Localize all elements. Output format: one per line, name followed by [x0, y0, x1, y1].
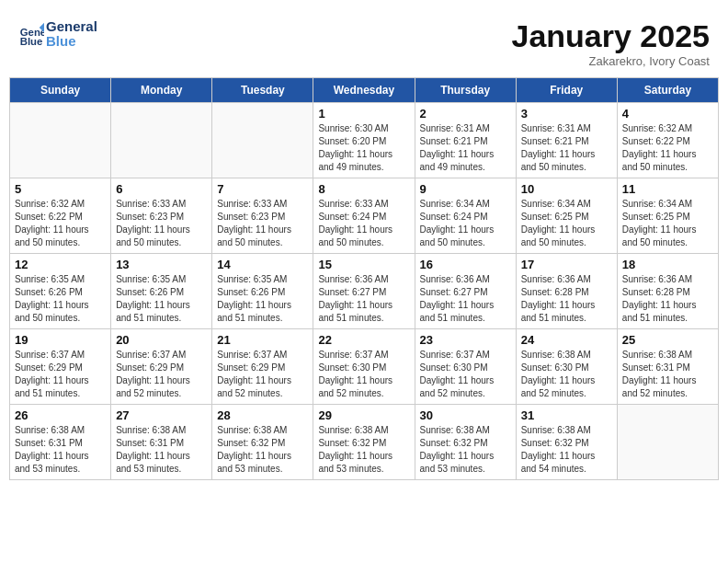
day-info: Sunrise: 6:38 AM Sunset: 6:32 PM Dayligh… [318, 424, 409, 476]
calendar-day-cell: 31Sunrise: 6:38 AM Sunset: 6:32 PM Dayli… [516, 405, 617, 480]
calendar-day-cell: 7Sunrise: 6:33 AM Sunset: 6:23 PM Daylig… [212, 178, 313, 254]
day-info: Sunrise: 6:38 AM Sunset: 6:31 PM Dayligh… [622, 349, 713, 400]
day-number: 5 [15, 182, 106, 196]
calendar-day-cell: 6Sunrise: 6:33 AM Sunset: 6:23 PM Daylig… [111, 178, 212, 254]
day-info: Sunrise: 6:37 AM Sunset: 6:30 PM Dayligh… [318, 349, 409, 400]
calendar-day-cell: 25Sunrise: 6:38 AM Sunset: 6:31 PM Dayli… [617, 329, 718, 405]
logo-line2: Blue [46, 33, 97, 50]
day-info: Sunrise: 6:35 AM Sunset: 6:26 PM Dayligh… [116, 273, 207, 325]
day-info: Sunrise: 6:37 AM Sunset: 6:29 PM Dayligh… [217, 349, 308, 400]
day-info: Sunrise: 6:38 AM Sunset: 6:30 PM Dayligh… [521, 349, 612, 400]
day-number: 9 [420, 182, 511, 196]
day-info: Sunrise: 6:34 AM Sunset: 6:25 PM Dayligh… [622, 198, 713, 249]
calendar-day-cell: 28Sunrise: 6:38 AM Sunset: 6:32 PM Dayli… [212, 405, 313, 480]
day-number: 2 [420, 107, 511, 121]
calendar-week-row: 26Sunrise: 6:38 AM Sunset: 6:31 PM Dayli… [10, 405, 719, 480]
calendar-day-cell: 8Sunrise: 6:33 AM Sunset: 6:24 PM Daylig… [313, 178, 415, 254]
weekday-header: Friday [516, 78, 617, 103]
weekday-header: Saturday [617, 78, 718, 103]
calendar-day-cell [212, 103, 313, 178]
calendar-day-cell: 16Sunrise: 6:36 AM Sunset: 6:27 PM Dayli… [415, 254, 516, 329]
calendar-day-cell: 12Sunrise: 6:35 AM Sunset: 6:26 PM Dayli… [10, 254, 111, 329]
day-info: Sunrise: 6:36 AM Sunset: 6:28 PM Dayligh… [622, 273, 713, 325]
calendar-day-cell: 23Sunrise: 6:37 AM Sunset: 6:30 PM Dayli… [415, 329, 516, 405]
day-number: 6 [116, 182, 207, 196]
day-info: Sunrise: 6:31 AM Sunset: 6:21 PM Dayligh… [521, 122, 612, 174]
calendar-day-cell: 24Sunrise: 6:38 AM Sunset: 6:30 PM Dayli… [516, 329, 617, 405]
day-number: 4 [622, 107, 713, 121]
weekday-header-row: SundayMondayTuesdayWednesdayThursdayFrid… [10, 78, 719, 103]
calendar-table: SundayMondayTuesdayWednesdayThursdayFrid… [9, 77, 719, 480]
day-number: 3 [521, 107, 612, 121]
calendar-day-cell [10, 103, 111, 178]
day-number: 29 [318, 408, 409, 422]
day-number: 8 [318, 182, 409, 196]
day-info: Sunrise: 6:35 AM Sunset: 6:26 PM Dayligh… [217, 273, 308, 325]
calendar-day-cell: 17Sunrise: 6:36 AM Sunset: 6:28 PM Dayli… [516, 254, 617, 329]
day-number: 30 [420, 408, 511, 422]
calendar-day-cell: 1Sunrise: 6:30 AM Sunset: 6:20 PM Daylig… [313, 103, 415, 178]
calendar-week-row: 1Sunrise: 6:30 AM Sunset: 6:20 PM Daylig… [10, 103, 719, 178]
day-info: Sunrise: 6:36 AM Sunset: 6:27 PM Dayligh… [318, 273, 409, 325]
day-number: 12 [15, 258, 106, 271]
day-number: 19 [15, 333, 106, 347]
calendar-day-cell: 19Sunrise: 6:37 AM Sunset: 6:29 PM Dayli… [10, 329, 111, 405]
day-info: Sunrise: 6:30 AM Sunset: 6:20 PM Dayligh… [318, 122, 409, 174]
day-number: 15 [318, 258, 409, 271]
day-info: Sunrise: 6:33 AM Sunset: 6:23 PM Dayligh… [217, 198, 308, 249]
day-number: 18 [622, 258, 713, 271]
day-info: Sunrise: 6:33 AM Sunset: 6:23 PM Dayligh… [116, 198, 207, 249]
day-info: Sunrise: 6:37 AM Sunset: 6:30 PM Dayligh… [420, 349, 511, 400]
calendar-day-cell: 21Sunrise: 6:37 AM Sunset: 6:29 PM Dayli… [212, 329, 313, 405]
page-header: General Blue General Blue January 2025 Z… [9, 9, 719, 73]
day-number: 17 [521, 258, 612, 271]
calendar-title: January 2025 [512, 18, 711, 54]
day-info: Sunrise: 6:38 AM Sunset: 6:32 PM Dayligh… [420, 424, 511, 476]
calendar-day-cell: 5Sunrise: 6:32 AM Sunset: 6:22 PM Daylig… [10, 178, 111, 254]
weekday-header: Thursday [415, 78, 516, 103]
day-number: 13 [116, 258, 207, 271]
day-info: Sunrise: 6:35 AM Sunset: 6:26 PM Dayligh… [15, 273, 106, 325]
title-block: January 2025 Zakarekro, Ivory Coast [512, 18, 711, 68]
day-number: 7 [217, 182, 308, 196]
day-number: 11 [622, 182, 713, 196]
day-number: 27 [116, 408, 207, 422]
day-number: 24 [521, 333, 612, 347]
day-info: Sunrise: 6:32 AM Sunset: 6:22 PM Dayligh… [15, 198, 106, 249]
day-number: 21 [217, 333, 308, 347]
day-info: Sunrise: 6:36 AM Sunset: 6:27 PM Dayligh… [420, 273, 511, 325]
calendar-week-row: 19Sunrise: 6:37 AM Sunset: 6:29 PM Dayli… [10, 329, 719, 405]
weekday-header: Wednesday [313, 78, 415, 103]
calendar-day-cell: 2Sunrise: 6:31 AM Sunset: 6:21 PM Daylig… [415, 103, 516, 178]
calendar-day-cell: 26Sunrise: 6:38 AM Sunset: 6:31 PM Dayli… [10, 405, 111, 480]
day-number: 14 [217, 258, 308, 271]
calendar-day-cell: 4Sunrise: 6:32 AM Sunset: 6:22 PM Daylig… [617, 103, 718, 178]
day-info: Sunrise: 6:34 AM Sunset: 6:24 PM Dayligh… [420, 198, 511, 249]
logo: General Blue General Blue [18, 18, 97, 50]
svg-text:Blue: Blue [20, 36, 43, 47]
calendar-day-cell: 11Sunrise: 6:34 AM Sunset: 6:25 PM Dayli… [617, 178, 718, 254]
calendar-day-cell: 20Sunrise: 6:37 AM Sunset: 6:29 PM Dayli… [111, 329, 212, 405]
day-number: 22 [318, 333, 409, 347]
calendar-day-cell: 15Sunrise: 6:36 AM Sunset: 6:27 PM Dayli… [313, 254, 415, 329]
day-info: Sunrise: 6:33 AM Sunset: 6:24 PM Dayligh… [318, 198, 409, 249]
day-info: Sunrise: 6:32 AM Sunset: 6:22 PM Dayligh… [622, 122, 713, 174]
calendar-day-cell: 3Sunrise: 6:31 AM Sunset: 6:21 PM Daylig… [516, 103, 617, 178]
calendar-day-cell: 10Sunrise: 6:34 AM Sunset: 6:25 PM Dayli… [516, 178, 617, 254]
weekday-header: Sunday [10, 78, 111, 103]
calendar-day-cell [111, 103, 212, 178]
day-info: Sunrise: 6:37 AM Sunset: 6:29 PM Dayligh… [15, 349, 106, 400]
day-number: 10 [521, 182, 612, 196]
calendar-subtitle: Zakarekro, Ivory Coast [512, 54, 711, 68]
day-number: 16 [420, 258, 511, 271]
logo-icon: General Blue [18, 21, 44, 47]
day-info: Sunrise: 6:38 AM Sunset: 6:32 PM Dayligh… [217, 424, 308, 476]
calendar-day-cell: 18Sunrise: 6:36 AM Sunset: 6:28 PM Dayli… [617, 254, 718, 329]
day-number: 28 [217, 408, 308, 422]
weekday-header: Monday [111, 78, 212, 103]
calendar-day-cell: 30Sunrise: 6:38 AM Sunset: 6:32 PM Dayli… [415, 405, 516, 480]
day-number: 23 [420, 333, 511, 347]
calendar-day-cell [617, 405, 718, 480]
day-info: Sunrise: 6:37 AM Sunset: 6:29 PM Dayligh… [116, 349, 207, 400]
day-info: Sunrise: 6:36 AM Sunset: 6:28 PM Dayligh… [521, 273, 612, 325]
